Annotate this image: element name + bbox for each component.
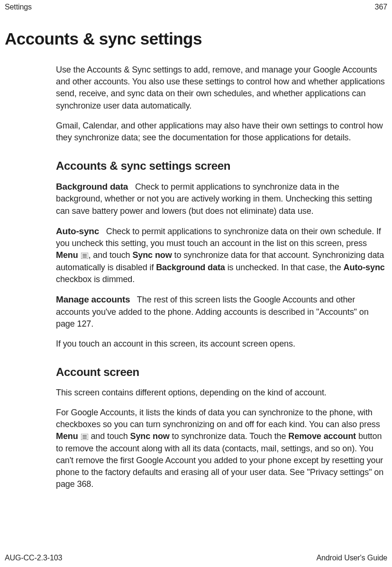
page-header: Settings 367 [5,3,387,11]
content-body: Use the Accounts & Sync settings to add,… [56,64,386,498]
sync-now-word: Sync now [132,250,172,260]
manage-accounts-term: Manage accounts [56,294,130,304]
page: Settings 367 Accounts & sync settings Us… [0,0,392,567]
account-screen-p1: This screen contains different options, … [56,387,386,399]
account-p2-mid2: to synchronize data. Touch the [170,431,289,441]
auto-sync-word: Auto-sync [344,263,385,272]
sync-now-word-2: Sync now [130,431,169,441]
header-section: Settings [5,3,32,11]
intro-paragraph-1: Use the Accounts & Sync settings to add,… [56,64,386,112]
footer-doc-id: AUG-CC-2.3-103 [5,554,62,562]
section-heading-accounts-sync-screen: Accounts & sync settings screen [56,158,386,174]
section-heading-account-screen: Account screen [56,364,386,380]
header-page-number: 367 [375,3,387,11]
menu-icon [81,434,88,440]
auto-sync-pre: Check to permit applications to synchron… [56,227,381,248]
auto-sync-end: checkbox is dimmed. [56,274,135,284]
page-title: Accounts & sync settings [5,29,202,48]
background-data-term: Background data [56,182,128,192]
auto-sync-item: Auto-sync Check to permit applications t… [56,225,386,285]
menu-word: Menu [56,250,78,260]
menu-word-2: Menu [56,431,78,441]
page-footer: AUG-CC-2.3-103 Android User's Guide [5,554,387,562]
footer-guide-name: Android User's Guide [316,554,387,562]
background-data-word: Background data [156,263,225,272]
manage-accounts-item: Manage accounts The rest of this screen … [56,293,386,330]
account-p2-pre: For Google Accounts, it lists the kinds … [56,408,380,429]
account-screen-p2: For Google Accounts, it lists the kinds … [56,407,386,490]
intro-paragraph-2: Gmail, Calendar, and other applications … [56,120,386,144]
auto-sync-mid1: , and touch [89,250,133,260]
account-p2-mid1: and touch [89,431,130,441]
auto-sync-mid3: is unchecked. In that case, the [225,263,344,272]
touch-account-paragraph: If you touch an account in this screen, … [56,338,386,350]
remove-account-word: Remove account [288,431,356,441]
menu-icon [81,253,88,259]
background-data-item: Background data Check to permit applicat… [56,181,386,217]
auto-sync-term: Auto-sync [56,226,99,236]
